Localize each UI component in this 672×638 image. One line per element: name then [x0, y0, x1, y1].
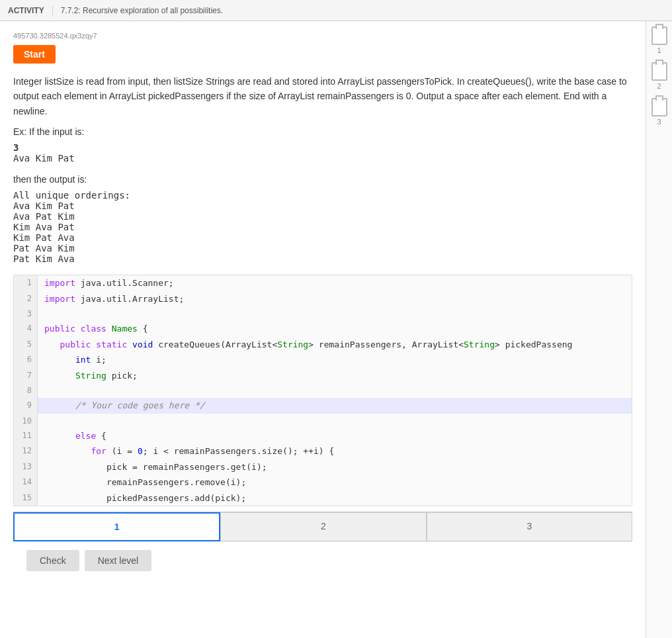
- code-line-6: 6 int i;: [14, 352, 632, 368]
- breadcrumb: 7.7.2: Recursive exploration of all poss…: [61, 6, 223, 15]
- code-editor[interactable]: 1 import java.util.Scanner; 2 import jav…: [13, 275, 632, 506]
- then-output-label: then the output is:: [13, 174, 632, 185]
- code-line-12: 12 for (i = 0; i < remainPassengers.size…: [14, 443, 632, 459]
- output-line-6: Pat Ava Kim: [13, 243, 632, 253]
- tab-3[interactable]: 3: [427, 512, 632, 541]
- bookmark-icon-1: [651, 26, 667, 45]
- session-id: 495730.3285524.qx3zqy7: [13, 32, 632, 40]
- description-text: Integer listSize is read from input, the…: [13, 74, 632, 118]
- code-line-3: 3: [14, 306, 632, 321]
- bookmark-icon-3: [651, 98, 667, 116]
- bottom-buttons: Check Next level: [13, 541, 632, 579]
- output-line-1: All unique orderings:: [13, 190, 632, 201]
- activity-label: ACTIVITY: [8, 6, 53, 15]
- output-line-4: Kim Ava Pat: [13, 222, 632, 232]
- tabs-area: 1 2 3: [13, 512, 632, 541]
- check-button[interactable]: Check: [26, 550, 79, 571]
- output-line-2: Ava Kim Pat: [13, 201, 632, 211]
- example-input-number: 3: [13, 142, 632, 153]
- code-line-15: 15 pickedPassengers.add(pick);: [14, 490, 632, 506]
- side-num-2: 2: [657, 82, 661, 90]
- side-badge-3[interactable]: 3: [651, 98, 667, 126]
- code-line-5: 5 public static void createQueues(ArrayL…: [14, 337, 632, 353]
- code-line-4: 4 public class Names {: [14, 321, 632, 337]
- output-line-7: Pat Kim Ava: [13, 253, 632, 264]
- code-line-2: 2 import java.util.ArrayList;: [14, 291, 632, 307]
- example-input-names: Ava Kim Pat: [13, 153, 632, 163]
- tab-1[interactable]: 1: [13, 512, 220, 541]
- side-num-1: 1: [657, 46, 661, 54]
- content-area: 495730.3285524.qx3zqy7 Start Integer lis…: [0, 21, 646, 638]
- start-button[interactable]: Start: [13, 45, 56, 64]
- output-line-5: Kim Pat Ava: [13, 232, 632, 243]
- next-level-button[interactable]: Next level: [85, 550, 151, 571]
- side-badge-1[interactable]: 1: [651, 26, 667, 54]
- side-num-3: 3: [657, 118, 661, 126]
- bookmark-icon-2: [651, 62, 667, 81]
- code-line-10: 10: [14, 414, 632, 428]
- code-line-11: 11 else {: [14, 428, 632, 444]
- code-line-13: 13 pick = remainPassengers.get(i);: [14, 459, 632, 475]
- code-line-7: 7 String pick;: [14, 368, 632, 384]
- side-badge-2[interactable]: 2: [651, 62, 667, 90]
- code-line-14: 14 remainPassengers.remove(i);: [14, 475, 632, 490]
- example-intro: Ex: If the input is:: [13, 126, 632, 137]
- side-panel: 1 2 3: [646, 21, 672, 638]
- output-line-3: Ava Pat Kim: [13, 211, 632, 222]
- tab-2[interactable]: 2: [220, 512, 426, 541]
- code-line-9[interactable]: 9 /* Your code goes here */: [14, 398, 632, 414]
- code-line-8: 8: [14, 383, 632, 398]
- code-line-1: 1 import java.util.Scanner;: [14, 275, 632, 291]
